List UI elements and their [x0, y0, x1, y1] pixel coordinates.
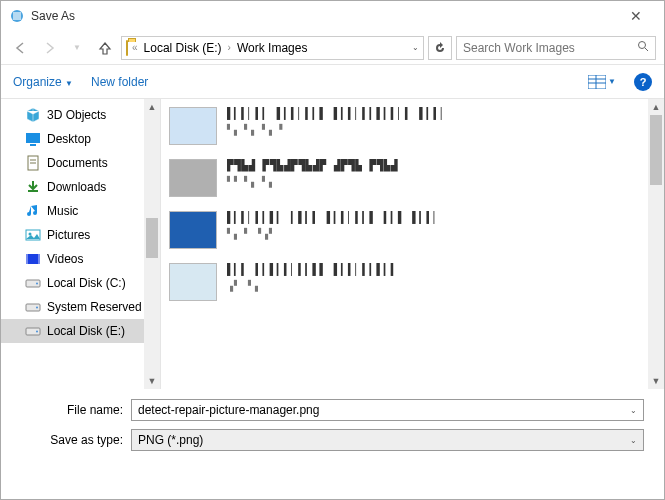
search-input[interactable]: [463, 41, 637, 55]
scroll-up-icon[interactable]: ▲: [144, 99, 160, 115]
close-button[interactable]: ✕: [616, 8, 656, 24]
file-row[interactable]: ▌▎▍▏▍▎ ▌▎▍▏▍▎▌ ▌▎▍▏▍▎▌▎▍▏▍ ▌▎▍▏▘▖▝▗ ▘▖▝: [169, 107, 644, 145]
download-icon: [25, 179, 41, 195]
content-scrollbar[interactable]: ▲ ▼: [648, 99, 664, 389]
chevron-down-icon[interactable]: ⌄: [630, 406, 637, 415]
file-thumbnail: [169, 107, 217, 145]
svg-rect-17: [38, 254, 40, 264]
sidebar-item-label: Documents: [47, 156, 108, 170]
file-list-pane: ▌▎▍▏▍▎ ▌▎▍▏▍▎▌ ▌▎▍▏▍▎▌▎▍▏▍ ▌▎▍▏▘▖▝▗ ▘▖▝▛…: [161, 99, 664, 389]
music-icon: [25, 203, 41, 219]
file-meta: ▗▘ ▘▖: [227, 280, 398, 291]
file-meta: ▘▖▝ ▝▗▘: [227, 228, 441, 239]
sidebar-item-local-disk-e-[interactable]: Local Disk (E:): [1, 319, 160, 343]
footer: ˄ Hide Folders Save Cancel: [1, 493, 664, 500]
file-name: ▌▎▍ ▍▎▌▎▍▏▍▎▌▌ ▌▎▍▏▍▎▌▎▍: [227, 263, 398, 276]
recent-dropdown[interactable]: ▼: [65, 36, 89, 60]
file-thumbnail: [169, 263, 217, 301]
sidebar-item-system-reserved[interactable]: System Reserved: [1, 295, 160, 319]
file-name: ▌▎▍▏▍▎ ▌▎▍▏▍▎▌ ▌▎▍▏▍▎▌▎▍▏▍ ▌▎▍▏: [227, 107, 448, 120]
video-icon: [25, 251, 41, 267]
filename-field[interactable]: ⌄: [131, 399, 644, 421]
file-name: ▛▜▙▟ ▛▜▙▟▛▜▙▟▛ ▟▛▜▙ ▛▜▙▟: [227, 159, 398, 172]
svg-point-23: [36, 331, 38, 333]
sidebar-item-downloads[interactable]: Downloads: [1, 175, 160, 199]
breadcrumb-prefix: «: [132, 42, 138, 53]
refresh-button[interactable]: [428, 36, 452, 60]
disk-icon: [25, 299, 41, 315]
file-meta: ▘▘▝▗ ▘▖: [227, 176, 398, 187]
scroll-down-icon[interactable]: ▼: [648, 373, 664, 389]
svg-point-2: [639, 42, 646, 49]
forward-button[interactable]: [37, 36, 61, 60]
view-mode-button[interactable]: ▼: [588, 75, 616, 89]
organize-menu[interactable]: Organize ▼: [13, 75, 73, 89]
scroll-up-icon[interactable]: ▲: [648, 99, 664, 115]
svg-rect-4: [588, 75, 606, 89]
svg-point-19: [36, 283, 38, 285]
up-button[interactable]: [93, 36, 117, 60]
sidebar-scrollbar[interactable]: ▲ ▼: [144, 99, 160, 389]
sidebar-item-label: Downloads: [47, 180, 106, 194]
address-dropdown-icon[interactable]: ⌄: [412, 43, 419, 52]
sidebar-item-label: Pictures: [47, 228, 90, 242]
file-meta: ▘▖▝▗ ▘▖▝: [227, 124, 448, 135]
sidebar-item-music[interactable]: Music: [1, 199, 160, 223]
app-icon: [9, 8, 25, 24]
sidebar-item-pictures[interactable]: Pictures: [1, 223, 160, 247]
search-icon: [637, 40, 649, 55]
help-button[interactable]: ?: [634, 73, 652, 91]
window-title: Save As: [31, 9, 616, 23]
svg-rect-9: [30, 144, 36, 146]
sidebar-item-label: Local Disk (E:): [47, 324, 125, 338]
chevron-right-icon: ›: [228, 42, 231, 53]
file-thumbnail: [169, 211, 217, 249]
sidebar-item-3d-objects[interactable]: 3D Objects: [1, 103, 160, 127]
desktop-icon: [25, 131, 41, 147]
folder-icon: [126, 41, 128, 55]
breadcrumb-folder[interactable]: Work Images: [235, 41, 309, 55]
type-value: PNG (*.png): [138, 433, 203, 447]
disk-icon: [25, 323, 41, 339]
address-bar[interactable]: « Local Disk (E:) › Work Images ⌄: [121, 36, 424, 60]
sidebar-item-local-disk-c-[interactable]: Local Disk (C:): [1, 271, 160, 295]
svg-line-3: [645, 48, 648, 51]
file-name: ▌▎▍▏▍▎▌▎ ▎▌▎▍ ▌▎▍▏▍▎▌ ▍▎▌ ▌▎▍▏: [227, 211, 441, 224]
sidebar-item-label: 3D Objects: [47, 108, 106, 122]
cube-icon: [25, 107, 41, 123]
sidebar-item-label: Videos: [47, 252, 83, 266]
disk-icon: [25, 275, 41, 291]
chevron-down-icon: ▼: [608, 77, 616, 86]
sidebar-item-label: Local Disk (C:): [47, 276, 126, 290]
sidebar: 3D ObjectsDesktopDocumentsDownloadsMusic…: [1, 99, 161, 389]
svg-rect-1: [13, 12, 21, 20]
search-box[interactable]: [456, 36, 656, 60]
sidebar-item-label: System Reserved: [47, 300, 142, 314]
file-row[interactable]: ▛▜▙▟ ▛▜▙▟▛▜▙▟▛ ▟▛▜▙ ▛▜▙▟▘▘▝▗ ▘▖: [169, 159, 644, 197]
title-bar: Save As ✕: [1, 1, 664, 31]
type-combo[interactable]: PNG (*.png) ⌄: [131, 429, 644, 451]
breadcrumb-disk[interactable]: Local Disk (E:): [142, 41, 224, 55]
nav-bar: ▼ « Local Disk (E:) › Work Images ⌄: [1, 31, 664, 65]
sidebar-item-label: Desktop: [47, 132, 91, 146]
toolbar: Organize ▼ New folder ▼ ?: [1, 65, 664, 99]
scroll-down-icon[interactable]: ▼: [144, 373, 160, 389]
file-row[interactable]: ▌▎▍▏▍▎▌▎ ▎▌▎▍ ▌▎▍▏▍▎▌ ▍▎▌ ▌▎▍▏▘▖▝ ▝▗▘: [169, 211, 644, 249]
sidebar-item-label: Music: [47, 204, 78, 218]
filename-label: File name:: [21, 403, 131, 417]
form-area: File name: ⌄ Save as type: PNG (*.png) ⌄: [1, 389, 664, 465]
chevron-down-icon: ▼: [65, 79, 73, 88]
svg-rect-8: [26, 133, 40, 143]
file-thumbnail: [169, 159, 217, 197]
svg-rect-15: [26, 254, 40, 264]
pictures-icon: [25, 227, 41, 243]
sidebar-item-documents[interactable]: Documents: [1, 151, 160, 175]
sidebar-item-videos[interactable]: Videos: [1, 247, 160, 271]
filename-input[interactable]: [138, 403, 630, 417]
doc-icon: [25, 155, 41, 171]
back-button[interactable]: [9, 36, 33, 60]
sidebar-item-desktop[interactable]: Desktop: [1, 127, 160, 151]
new-folder-button[interactable]: New folder: [91, 75, 148, 89]
chevron-down-icon: ⌄: [630, 436, 637, 445]
file-row[interactable]: ▌▎▍ ▍▎▌▎▍▏▍▎▌▌ ▌▎▍▏▍▎▌▎▍▗▘ ▘▖: [169, 263, 644, 301]
